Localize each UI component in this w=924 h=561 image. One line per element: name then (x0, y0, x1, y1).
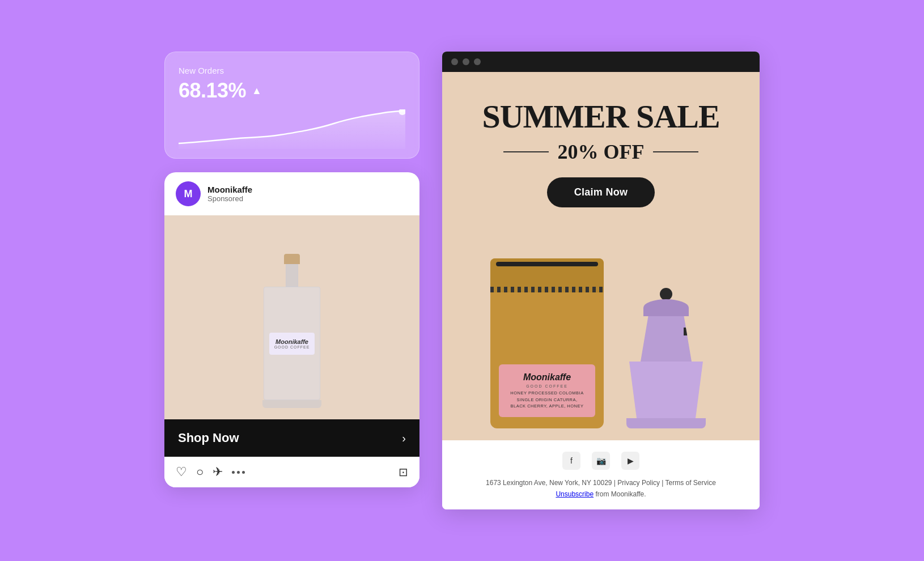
bag-subtitle: GOOD COFFEE (505, 384, 590, 388)
unsubscribe-suffix: from Moonikaffe. (595, 490, 646, 498)
bottle-illustration: Moonikaffe GOOD COFFEE (262, 254, 321, 408)
social-actions: ♡ ○ ✈ ⊡ (164, 457, 419, 487)
dot-3 (242, 471, 245, 474)
unsubscribe-text: Unsubscribe from Moonikaffe. (453, 490, 748, 498)
unsubscribe-link[interactable]: Unsubscribe (556, 490, 594, 498)
brand-avatar: M (176, 181, 201, 206)
dot-2 (237, 471, 240, 474)
bookmark-icon[interactable]: ⊡ (399, 465, 408, 479)
coffee-bag-illustration: Moonikaffe GOOD COFFEE HONEY PROCESSED C… (490, 258, 604, 428)
email-products: Moonikaffe GOOD COFFEE HONEY PROCESSED C… (442, 224, 760, 440)
heart-icon[interactable]: ♡ (176, 465, 187, 479)
bottle-neck (286, 264, 298, 287)
discount-line-right (653, 151, 698, 152)
bag-zip (496, 262, 598, 266)
bottle-cap (284, 254, 300, 264)
discount-row: 20% OFF (465, 140, 737, 164)
discount-text: 20% OFF (558, 140, 645, 164)
analytics-value: 68.13% (179, 79, 246, 103)
moka-base (629, 362, 703, 418)
sponsored-label: Sponsored (207, 194, 252, 203)
moka-knob (660, 288, 672, 300)
analytics-chart (179, 109, 405, 149)
moka-bottom (626, 418, 706, 428)
actions-left: ♡ ○ ✈ (176, 465, 245, 479)
trend-arrow: ▲ (252, 85, 262, 97)
analytics-card: New Orders 68.13% ▲ (164, 52, 419, 159)
moka-top (641, 316, 692, 362)
social-icons-row: f 📷 ▶ (453, 452, 748, 470)
email-footer: f 📷 ▶ 1673 Lexington Ave, New York, NY 1… (442, 440, 760, 509)
email-card: SUMMER SALE 20% OFF Claim Now Moonikaffe (442, 52, 760, 509)
bottle-bottom (262, 400, 321, 408)
bottle-body: Moonikaffe GOOD COFFEE (264, 287, 320, 400)
bottle-brand-text: Moonikaffe (273, 338, 311, 345)
facebook-icon[interactable]: f (562, 452, 580, 470)
moka-lid (643, 299, 689, 316)
email-hero: SUMMER SALE 20% OFF Claim Now (442, 72, 760, 224)
dots-menu[interactable] (232, 471, 245, 474)
bag-top (490, 258, 604, 292)
share-icon[interactable]: ✈ (213, 465, 223, 479)
email-window-bar (442, 52, 760, 72)
bag-description: HONEY PROCESSED COLOMBIA SINGLE ORIGIN C… (505, 390, 590, 409)
discount-line-left (503, 151, 549, 152)
youtube-icon[interactable]: ▶ (621, 452, 639, 470)
social-card-header: M Moonikaffe Sponsored (164, 172, 419, 215)
email-body: SUMMER SALE 20% OFF Claim Now Moonikaffe (442, 72, 760, 440)
summer-sale-title: SUMMER SALE (465, 100, 737, 133)
address-text: 1673 Lexington Ave, New York, NY 10029 |… (486, 479, 716, 487)
moka-pot-illustration (621, 270, 711, 428)
window-dot-3 (474, 58, 481, 65)
chevron-right-icon: › (402, 432, 406, 445)
social-post-card: M Moonikaffe Sponsored Moonikaffe (164, 172, 419, 487)
brand-name: Moonikaffe (207, 185, 252, 194)
email-address: 1673 Lexington Ave, New York, NY 10029 |… (453, 479, 748, 487)
bottle-sub-text: GOOD COFFEE (273, 345, 311, 349)
shop-now-bar[interactable]: Shop Now › (164, 419, 419, 457)
analytics-label: New Orders (179, 66, 405, 75)
window-dot-1 (451, 58, 458, 65)
comment-icon[interactable]: ○ (196, 465, 204, 479)
bag-label: Moonikaffe GOOD COFFEE HONEY PROCESSED C… (499, 364, 595, 417)
bottle-label: Moonikaffe GOOD COFFEE (269, 333, 315, 355)
window-dot-2 (463, 58, 469, 65)
brand-info: Moonikaffe Sponsored (207, 185, 252, 203)
left-column: New Orders 68.13% ▲ (164, 52, 419, 487)
shop-now-label: Shop Now (178, 431, 239, 445)
bag-brand-name: Moonikaffe (505, 372, 590, 382)
dot-1 (232, 471, 235, 474)
product-image: Moonikaffe GOOD COFFEE (164, 215, 419, 419)
claim-now-button[interactable]: Claim Now (547, 177, 655, 207)
instagram-icon[interactable]: 📷 (592, 452, 610, 470)
